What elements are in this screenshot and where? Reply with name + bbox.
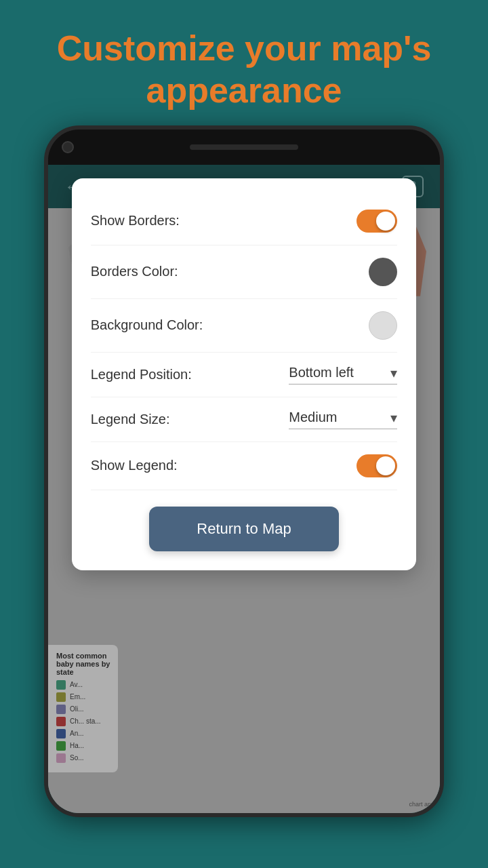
show-borders-track [357,210,397,233]
show-legend-label: Show Legend: [91,458,178,473]
legend-position-row: Legend Position: Bottom left ▾ [91,353,398,397]
phone-top-bar [48,130,440,165]
camera-dot [62,141,74,153]
show-borders-label: Show Borders: [91,213,180,229]
show-legend-row: Show Legend: [91,442,398,490]
chevron-down-icon: ▾ [390,410,397,426]
background-color-label: Background Color: [91,317,203,333]
legend-position-value: Bottom left [289,365,354,380]
legend-size-row: Legend Size: Medium ▾ [91,397,398,442]
legend-position-dropdown[interactable]: Bottom left ▾ [289,365,397,384]
show-legend-toggle[interactable] [357,454,397,477]
borders-color-swatch[interactable] [369,258,397,286]
background-color-row: Background Color: [91,299,398,353]
show-borders-thumb [376,212,395,231]
phone-frame: ← United States ? Most commonbaby names … [44,125,444,817]
legend-size-label: Legend Size: [91,412,170,427]
legend-size-value: Medium [289,410,337,425]
show-legend-thumb [376,456,395,475]
page-title: Customize your map's appearance [20,27,468,112]
background-color-swatch[interactable] [369,311,397,340]
app-screen: ← United States ? Most commonbaby names … [48,165,440,813]
legend-size-dropdown[interactable]: Medium ▾ [289,410,397,429]
show-legend-track [357,454,397,477]
chevron-down-icon: ▾ [390,365,397,381]
settings-modal: Show Borders: Borders Color: Background … [72,178,417,570]
legend-position-label: Legend Position: [91,367,192,382]
modal-overlay: Show Borders: Borders Color: Background … [48,165,440,813]
borders-color-label: Borders Color: [91,264,178,279]
return-to-map-button[interactable]: Return to Map [149,507,339,551]
show-borders-row: Show Borders: [91,197,398,245]
speaker-bar [190,144,298,150]
show-borders-toggle[interactable] [357,210,397,233]
borders-color-row: Borders Color: [91,245,398,299]
